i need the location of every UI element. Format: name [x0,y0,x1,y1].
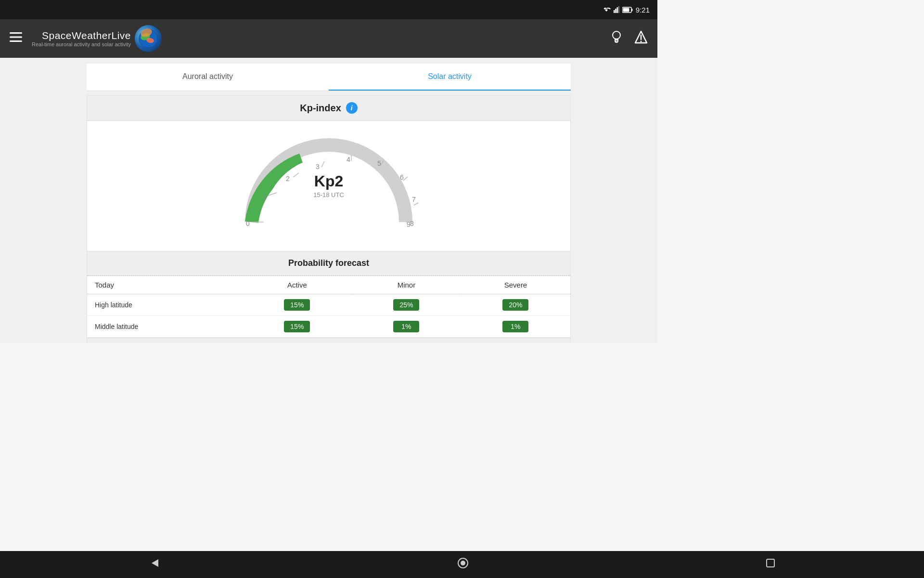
navbar-left: SpaceWeatherLive Real-time auroral activ… [10,25,162,52]
svg-line-27 [403,177,408,181]
svg-rect-0 [614,10,615,13]
kp-value: Kp2 [313,172,344,190]
svg-rect-1 [615,9,616,13]
gauge-label-1: 1 [263,193,267,201]
logo: SpaceWeatherLive Real-time auroral activ… [32,25,162,52]
row-high-latitude-severe: 20% [461,294,570,316]
row-middle-latitude-label: Middle latitude [87,316,243,338]
kp-index-title: Kp-index [300,103,341,114]
hamburger-menu[interactable] [10,32,22,45]
row-middle-latitude-severe: 1% [461,316,570,338]
table-row: Middle latitude 15% 1% 1% [87,316,570,338]
gauge-label-2: 2 [286,175,290,183]
svg-rect-5 [631,9,632,11]
logo-globe [135,25,162,52]
svg-rect-7 [10,32,22,34]
gauge-wrapper: 0 1 2 3 4 5 6 7 8 [237,131,420,236]
gauge-label-7: 7 [412,196,416,203]
svg-rect-2 [616,7,618,13]
gauge-label-6: 6 [400,173,404,181]
svg-rect-8 [10,37,22,38]
svg-rect-9 [10,40,22,42]
kp-info-icon[interactable]: i [346,102,358,114]
row-high-latitude-active: 15% [243,294,352,316]
main-content: Auroral activity Solar activity Kp-index… [0,58,657,343]
probability-forecast-table: Today Active Minor Severe High latitude … [87,276,570,338]
kp-forecast-header: Kp-index forecast [87,338,570,343]
status-icons: 9:21 [602,6,650,14]
navbar: SpaceWeatherLive Real-time auroral activ… [0,19,657,58]
kp-time-range: 15-18 UTC [313,191,344,198]
tab-solar[interactable]: Solar activity [329,64,571,91]
gauge-center-text: Kp2 15-18 UTC [313,172,344,198]
status-bar: 9:21 [0,0,657,19]
row-middle-latitude-active: 15% [243,316,352,338]
gauge-label-3: 3 [316,163,320,171]
col-active: Active [243,276,352,294]
gauge-label-8: 8 [410,220,414,227]
probability-forecast-header: Probability forecast [87,251,570,276]
signal-icon [614,6,619,13]
logo-subtext: Real-time auroral activity and solar act… [32,41,131,47]
lightbulb-button[interactable] [610,30,623,47]
svg-rect-3 [618,6,619,13]
row-middle-latitude-minor: 1% [352,316,461,338]
table-row: High latitude 15% 25% 20% [87,294,570,316]
alert-button[interactable] [634,30,648,47]
row-high-latitude-label: High latitude [87,294,243,316]
wifi-icon [602,6,611,13]
row-high-latitude-minor: 25% [352,294,461,316]
navbar-right [610,30,648,47]
status-time: 9:21 [636,6,650,14]
tab-bar: Auroral activity Solar activity [87,64,571,91]
logo-text: SpaceWeatherLive [42,30,131,41]
battery-icon [622,7,633,13]
svg-point-19 [641,41,642,42]
kp-index-card: Kp-index i 0 [87,95,571,343]
col-today: Today [87,276,243,294]
gauge-label-4: 4 [346,156,350,163]
col-minor: Minor [352,276,461,294]
kp-index-header: Kp-index i [87,95,570,121]
tab-auroral[interactable]: Auroral activity [87,64,329,91]
gauge-label-5: 5 [377,159,381,167]
gauge-label-0: 0 [246,220,250,227]
gauge-container: 0 1 2 3 4 5 6 7 8 [87,121,570,251]
svg-rect-6 [623,8,629,12]
svg-point-14 [613,31,620,39]
col-severe: Severe [461,276,570,294]
